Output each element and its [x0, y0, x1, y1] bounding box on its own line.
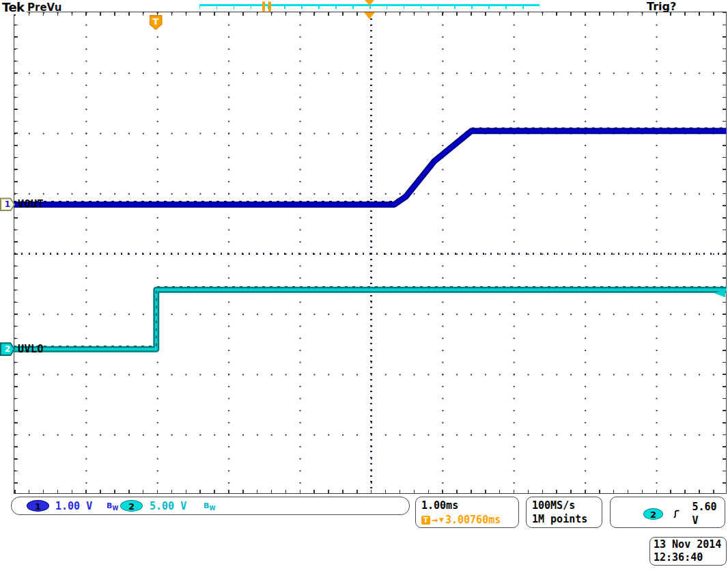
oscilloscope-screen: Tek PreVu Trig? T 1 VOUT 2 UVLO 1 1.00 V	[0, 0, 728, 569]
tek-logo: Tek	[2, 0, 27, 14]
delay-marker-icon: ▼	[439, 516, 444, 523]
trigger-readout-box[interactable]: 2 5.60 V	[610, 497, 725, 528]
acquisition-readout-box[interactable]: 100MS/s 1M points	[526, 497, 602, 528]
waveform-canvas	[14, 12, 727, 494]
expansion-point-marker-icon[interactable]	[364, 12, 375, 19]
trigger-t-icon: T	[421, 516, 430, 525]
window-bracket-right-icon[interactable]	[268, 1, 271, 12]
rising-edge-slope-icon	[672, 508, 681, 520]
trigger-level-readout: 5.60 V	[692, 500, 725, 527]
record-view-ticks	[199, 6, 540, 9]
ch1-badge: 1	[27, 500, 49, 512]
record-trigger-position-icon	[365, 0, 374, 5]
ch1-ground-marker-number: 1	[1, 199, 14, 210]
ch2-bandwidth-icon: BW	[204, 501, 215, 512]
acquisition-status: PreVu	[27, 1, 61, 14]
datetime-box: 13 Nov 2014 12:36:40	[649, 537, 727, 566]
delay-arrow-icon: →	[432, 513, 438, 527]
ch1-ground-marker[interactable]: 1	[0, 197, 15, 211]
ch1-trace-label: VOUT	[18, 198, 44, 210]
timebase-readout: 1.00ms	[421, 499, 518, 512]
ch2-trace-label: UVLO	[18, 343, 44, 355]
trigger-source-badge: 2	[643, 508, 663, 520]
record-length-readout: 1M points	[532, 512, 602, 526]
ch1-scale-readout: 1.00 V	[55, 500, 92, 512]
window-bracket-left-icon[interactable]	[262, 1, 265, 12]
ch1-badge-number: 1	[35, 501, 41, 512]
horizontal-readout-box[interactable]: 1.00ms T→▼3.00760ms	[415, 497, 519, 528]
sample-rate-readout: 100MS/s	[532, 499, 602, 512]
trigger-delay-readout: 3.00760ms	[445, 513, 501, 527]
ch2-ground-marker-number: 2	[1, 344, 14, 355]
date-readout: 13 Nov 2014	[654, 538, 726, 551]
ch2-badge-number: 2	[128, 501, 135, 512]
trigger-source-number: 2	[650, 510, 656, 520]
ch2-ground-marker[interactable]: 2	[0, 342, 15, 356]
ch2-scale-readout: 5.00 V	[150, 500, 186, 512]
ch1-bandwidth-icon: BW	[107, 501, 118, 512]
trigger-status: Trig?	[647, 0, 676, 13]
channel-readout-box[interactable]: 1 1.00 V BW 2 5.00 V BW	[11, 497, 410, 515]
time-readout: 12:36:40	[654, 551, 726, 564]
ch2-badge: 2	[120, 500, 143, 512]
